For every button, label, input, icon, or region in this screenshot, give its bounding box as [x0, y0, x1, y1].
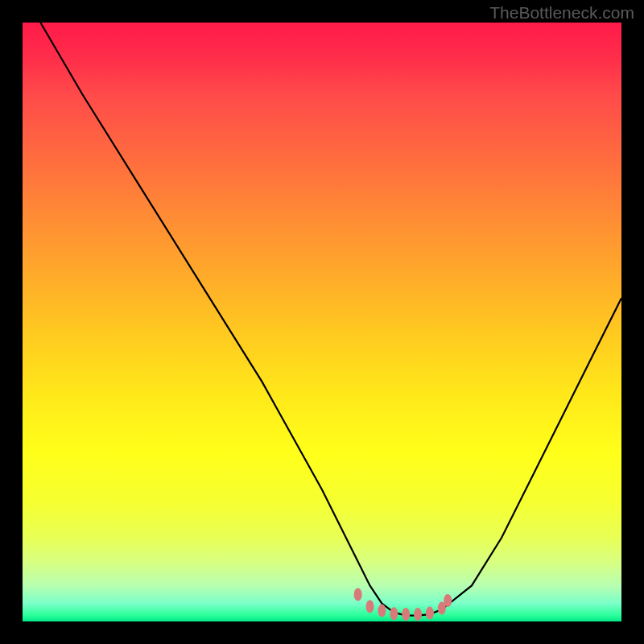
marker-dot: [402, 608, 410, 621]
chart-svg: [23, 23, 621, 621]
marker-dot: [390, 607, 398, 620]
watermark-text: TheBottleneck.com: [489, 3, 634, 23]
marker-dot: [378, 605, 386, 617]
marker-dot: [354, 588, 362, 601]
marker-dot: [366, 600, 374, 613]
flat-region-markers: [354, 588, 452, 621]
marker-dot: [444, 594, 452, 607]
marker-dot: [414, 608, 422, 621]
bottleneck-curve: [40, 23, 621, 616]
marker-dot: [426, 607, 434, 620]
plot-gradient-background: [23, 23, 621, 621]
